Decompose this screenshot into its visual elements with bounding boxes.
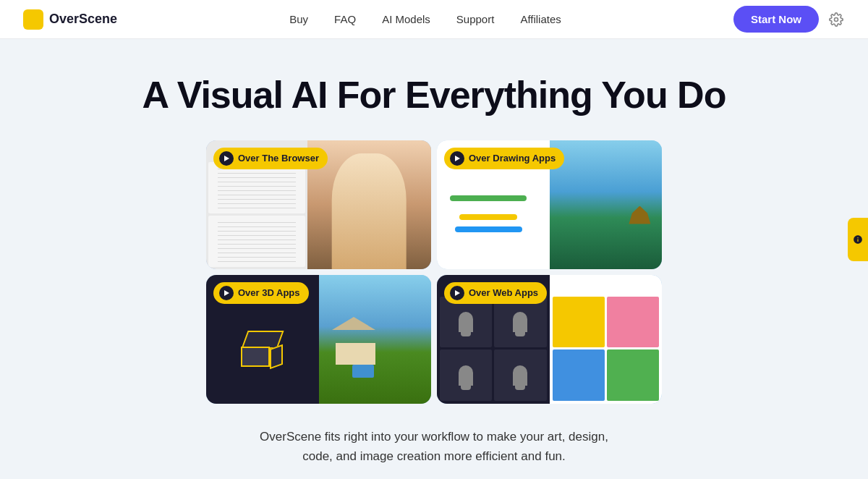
house-roof xyxy=(332,317,375,330)
figure-icon-2 xyxy=(513,312,527,332)
nav-link-buy[interactable]: Buy xyxy=(289,13,308,25)
3d-right-panel xyxy=(319,275,432,404)
sketch-decoration-2 xyxy=(218,221,295,262)
3d-cube-icon xyxy=(241,331,284,367)
pool-shape xyxy=(352,365,374,378)
svg-point-0 xyxy=(835,17,838,21)
logo-icon xyxy=(23,9,43,30)
figure-icon-3 xyxy=(459,365,473,386)
logo-link[interactable]: OverScene xyxy=(23,9,117,30)
nav-link-faq[interactable]: FAQ xyxy=(334,13,356,25)
cube-side-face xyxy=(270,344,283,370)
stroke-green xyxy=(450,195,527,201)
figure-thumb-4 xyxy=(494,349,546,401)
web-fig-green xyxy=(607,349,659,401)
figure-thumb-3 xyxy=(440,349,492,401)
figure-thumb-1 xyxy=(440,297,492,348)
cards-grid: Over The Browser xyxy=(206,140,662,404)
cube-front-face xyxy=(241,347,270,367)
play-icon-3d xyxy=(219,286,234,300)
web-fig-blue xyxy=(553,349,605,401)
web-row-2 xyxy=(553,349,660,401)
card-drawing[interactable]: Over Drawing Apps xyxy=(437,140,662,269)
play-icon-drawing xyxy=(450,151,464,166)
card-browser-label: Over The Browser xyxy=(213,148,328,169)
stroke-blue xyxy=(455,226,522,232)
anime-figure xyxy=(332,153,407,269)
card-drawing-label: Over Drawing Apps xyxy=(444,148,564,169)
settings-icon[interactable] xyxy=(827,11,845,28)
navbar: OverScene Buy FAQ AI Models Support Affi… xyxy=(0,0,868,39)
card-3d-label: Over 3D Apps xyxy=(213,282,309,304)
card-web-label: Over Web Apps xyxy=(444,282,547,304)
hero-section: A Visual AI For Everything You Do Over T… xyxy=(0,39,868,479)
sketch-thumb-1 xyxy=(208,162,305,213)
web-fig-pink xyxy=(607,297,659,348)
card-3d[interactable]: Over 3D Apps xyxy=(206,275,431,404)
web-right-panel xyxy=(550,275,663,404)
card-web[interactable]: Over Web Apps xyxy=(437,275,662,404)
play-icon-browser xyxy=(219,151,234,166)
sketch-thumb-2 xyxy=(208,216,305,267)
nav-link-ai-models[interactable]: AI Models xyxy=(382,13,430,25)
hero-title: A Visual AI For Everything You Do xyxy=(142,74,726,117)
start-now-button[interactable]: Start Now xyxy=(733,6,819,33)
figure-icon-1 xyxy=(459,312,473,332)
nav-links: Buy FAQ AI Models Support Affiliates xyxy=(289,13,561,26)
sketch-decoration xyxy=(218,167,295,208)
tagline: OverScene fits right into your workflow … xyxy=(260,427,608,466)
card-browser[interactable]: Over The Browser xyxy=(206,140,431,269)
play-icon-web xyxy=(450,286,464,300)
drawing-right-panel xyxy=(550,140,663,269)
house-shape xyxy=(336,343,375,365)
nav-right: Start Now xyxy=(733,6,845,33)
nav-link-support[interactable]: Support xyxy=(456,13,495,25)
nav-link-affiliates[interactable]: Affiliates xyxy=(520,13,561,25)
figure-thumb-2 xyxy=(494,297,546,348)
web-row-1 xyxy=(553,297,660,348)
figure-icon-4 xyxy=(513,365,527,386)
seascape-bg xyxy=(550,140,663,269)
house-background xyxy=(319,275,432,404)
logo-text: OverScene xyxy=(49,12,117,27)
canvas-strokes xyxy=(445,183,541,245)
web-fig-yellow xyxy=(553,297,605,348)
right-edge-widget[interactable] xyxy=(848,218,868,261)
stroke-yellow xyxy=(459,214,517,220)
